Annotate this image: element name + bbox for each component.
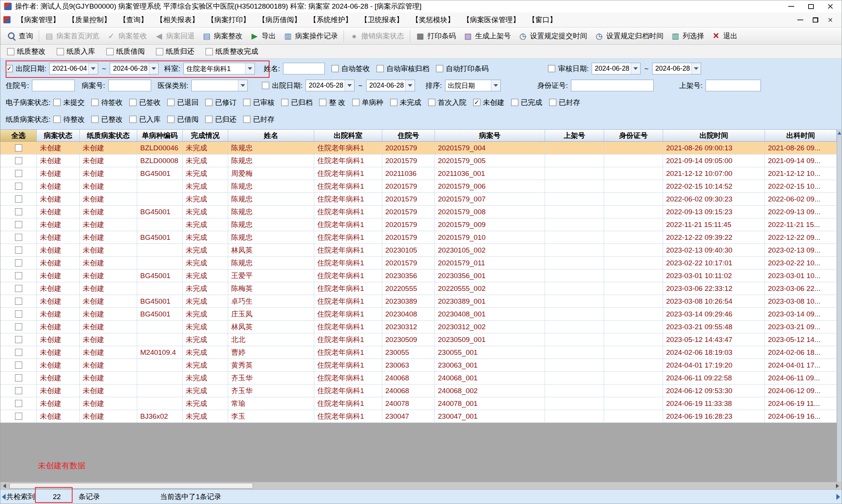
menu-item[interactable]: 【奖惩模块】: [407, 12, 459, 27]
table-row[interactable]: 未创建未创建BG45001未完成周爱梅住院老年病科120211036202110…: [0, 167, 837, 180]
table-row[interactable]: 未创建未创建未完成黄秀英住院老年病科1230063230063_0012024-…: [0, 359, 837, 372]
table-row[interactable]: 未创建未创建未完成齐玉华住院老年病科1240068240068_0012024-…: [0, 372, 837, 384]
checkbox-box[interactable]: [206, 48, 213, 55]
checkbox-box[interactable]: [53, 99, 61, 106]
chevron-down-icon[interactable]: [149, 63, 158, 74]
dept-combo[interactable]: 住院老年病科1: [183, 63, 255, 74]
chevron-down-icon[interactable]: [238, 80, 247, 91]
row-checkbox[interactable]: [15, 400, 22, 407]
table-row[interactable]: 未创建未创建未完成陈规忠住院老年病科12020157920201579_0072…: [0, 193, 837, 206]
row-checkbox[interactable]: [15, 183, 22, 190]
menu-item[interactable]: 【系统维护】: [305, 12, 356, 27]
auto-print-barcode-checkbox[interactable]: 自动打印条码: [436, 64, 489, 74]
table-row[interactable]: 未创建未创建BZLD00008未完成陈规忠住院老年病科1202015792020…: [0, 154, 837, 167]
paper-ops-checkbox[interactable]: 纸质入库: [57, 47, 95, 56]
p-status-checkbox[interactable]: 已入库: [129, 115, 161, 124]
table-row[interactable]: 未创建未创建未完成常瑜住院老年病科1240078240078_0012024-0…: [0, 397, 837, 410]
checkbox-box[interactable]: [390, 99, 397, 106]
row-checkbox[interactable]: [15, 336, 22, 343]
paper-ops-checkbox[interactable]: 纸质借阅: [106, 47, 145, 56]
row-checkbox[interactable]: [15, 272, 22, 279]
e-status-checkbox[interactable]: 已审核: [243, 98, 274, 107]
table-row[interactable]: 未创建未创建未完成林凤英住院老年病科12023031220230312_0022…: [0, 321, 837, 333]
e-status-checkbox[interactable]: 单病种: [352, 98, 383, 107]
column-header[interactable]: 单病种编码: [137, 130, 183, 141]
checkbox-box[interactable]: [57, 48, 64, 55]
checkbox-box[interactable]: [352, 99, 359, 106]
row-checkbox[interactable]: [15, 298, 22, 305]
paper-ops-checkbox[interactable]: 纸质整改完成: [206, 47, 258, 56]
e-status-checkbox[interactable]: 整 改: [319, 98, 345, 107]
column-header[interactable]: 完成情况: [183, 130, 228, 141]
auto-sign-checkbox[interactable]: 自动签收: [332, 64, 370, 74]
p-status-checkbox[interactable]: 已归还: [205, 115, 236, 124]
chevron-down-icon[interactable]: [405, 80, 415, 91]
toolbar-button-search[interactable]: 查询: [3, 29, 37, 43]
row-checkbox[interactable]: [15, 285, 22, 292]
toolbar-button-operation-log[interactable]: ▥病案操作记录: [280, 29, 342, 43]
row-checkbox[interactable]: [15, 362, 22, 369]
row-checkbox[interactable]: [15, 234, 22, 241]
p-status-checkbox[interactable]: 已借阅: [167, 115, 198, 124]
column-header[interactable]: 出院时间: [663, 130, 765, 141]
audit-date-to-combo[interactable]: 2024-06-28: [652, 63, 701, 74]
discharge-date-checkbox[interactable]: [6, 65, 13, 72]
table-row[interactable]: 未创建未创建BG45001未完成卓巧生住院老年病科120230389202303…: [0, 295, 837, 308]
p-status-checkbox[interactable]: 已封存: [243, 115, 274, 124]
column-header[interactable]: 姓名: [228, 130, 314, 141]
scroll-up-icon[interactable]: [837, 132, 841, 135]
table-row[interactable]: 未创建未创建BJ36x02未完成李玉住院老年病科1230047230047_00…: [0, 410, 837, 423]
table-row[interactable]: 未创建未创建BG45001未完成王爱平住院老年病科120230356202303…: [0, 269, 837, 282]
column-header[interactable]: 病案号: [435, 130, 545, 141]
chevron-down-icon[interactable]: [631, 63, 640, 74]
checkbox-box[interactable]: [129, 99, 136, 106]
checkbox-box[interactable]: [156, 48, 163, 55]
toolbar-button-export[interactable]: ▶导出: [246, 29, 280, 43]
menu-item[interactable]: 【质量控制】: [64, 12, 115, 27]
chevron-down-icon[interactable]: [491, 80, 500, 91]
e-status-checkbox[interactable]: 未提交: [53, 98, 85, 107]
checkbox-box[interactable]: [129, 116, 136, 123]
column-header[interactable]: 纸质病案状态: [80, 130, 137, 141]
scroll-right-icon[interactable]: [833, 482, 842, 489]
menu-item[interactable]: 【病案打印】: [203, 12, 254, 27]
e-status-checkbox[interactable]: 未完成: [390, 98, 421, 107]
toolbar-button-shelf-number[interactable]: ▨生成上架号: [460, 29, 515, 43]
table-row[interactable]: 未创建未创建未完成北北住院老年病科12023050920230509_00120…: [0, 333, 837, 346]
menu-item[interactable]: 【查询】: [115, 12, 152, 27]
table-row[interactable]: 未创建未创建未完成陈规忠住院老年病科12020157920201579_0092…: [0, 218, 837, 231]
row-checkbox[interactable]: [15, 170, 22, 177]
menu-item[interactable]: 【病历借阅】: [254, 12, 305, 27]
row-checkbox[interactable]: [15, 259, 22, 266]
e-status-checkbox[interactable]: 已完成: [511, 98, 542, 107]
chevron-down-icon[interactable]: [691, 63, 701, 74]
paper-ops-checkbox[interactable]: 纸质归还: [156, 47, 194, 56]
toolbar-button-column-select[interactable]: ▥列选择: [667, 29, 708, 43]
row-checkbox[interactable]: [15, 387, 22, 394]
toolbar-button-rectify[interactable]: ▤病案整改: [198, 29, 246, 43]
discharge-date-from-combo[interactable]: 2021-06-04: [49, 63, 98, 74]
select-all-header[interactable]: 全选: [0, 130, 37, 141]
discharge-date-to-combo[interactable]: 2024-06-28: [110, 63, 159, 74]
toolbar-button-exit[interactable]: ×退出: [708, 29, 741, 43]
row-checkbox[interactable]: [15, 144, 22, 151]
checkbox-box[interactable]: [281, 99, 288, 106]
p-status-checkbox[interactable]: 已整改: [91, 115, 123, 124]
checkbox-box[interactable]: [473, 99, 480, 106]
name-input[interactable]: [283, 63, 325, 74]
vertical-scrollbar[interactable]: [837, 129, 842, 482]
row-checkbox[interactable]: [15, 374, 22, 381]
maximize-button[interactable]: [801, 1, 821, 12]
discharge-date2-from-combo[interactable]: 2024-05-28: [306, 80, 354, 91]
mdi-close-button[interactable]: [824, 15, 836, 25]
e-status-checkbox[interactable]: 已封存: [549, 98, 580, 107]
e-status-checkbox[interactable]: 已归档: [281, 98, 312, 107]
checkbox-box[interactable]: [205, 116, 212, 123]
status-right-arrow-icon[interactable]: [836, 494, 840, 500]
table-row[interactable]: 未创建未创建未完成陈梅英住院老年病科12022055520220555_0022…: [0, 282, 837, 295]
hscrollbar-thumb[interactable]: [9, 483, 253, 489]
chevron-down-icon[interactable]: [245, 63, 254, 74]
admission-no-input[interactable]: [32, 80, 75, 91]
close-button[interactable]: [821, 1, 840, 12]
column-header[interactable]: 上架号: [545, 130, 604, 141]
